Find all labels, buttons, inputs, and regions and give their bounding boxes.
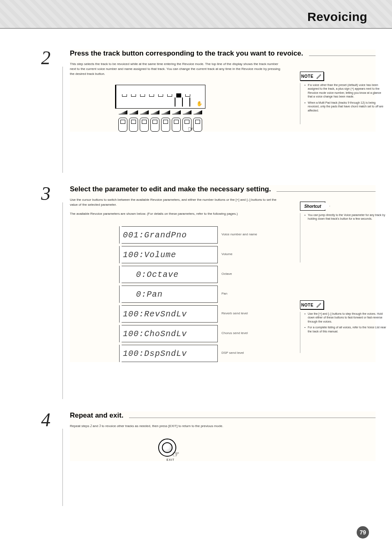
- page-number: 79: [357, 526, 369, 539]
- track-button[interactable]: [140, 118, 149, 132]
- step-3-text-1: Use the cursor buttons to switch between…: [70, 197, 284, 207]
- step-3-heading: Select the parameter to edit and make th…: [70, 185, 271, 193]
- note-1-text: If a voice other than the preset (defaul…: [300, 83, 386, 124]
- lcd-row: 100:ChoSndLvChorus send level: [119, 325, 218, 342]
- lcd-row: 0:OctaveOctave: [119, 266, 218, 283]
- step-2: 2 Press the track button corresponding t…: [16, 49, 376, 177]
- track-button[interactable]: [172, 118, 181, 132]
- track-button[interactable]: [150, 118, 159, 132]
- page-title: Revoicing: [307, 10, 367, 24]
- lcd-row: 001:GrandPnoVoice number and name: [119, 226, 218, 244]
- track-button[interactable]: [193, 118, 202, 132]
- lcd-row: 100:RevSndLvReverb send level: [119, 305, 218, 323]
- lcd-parameter-list: 001:GrandPnoVoice number and name 100:Vo…: [119, 226, 218, 362]
- pencil-icon: [316, 302, 323, 308]
- shortcut-badge: Shortcut: [300, 202, 325, 211]
- track-button-selected[interactable]: [182, 118, 191, 132]
- step-4-heading: Repeat and exit.: [70, 411, 123, 420]
- track-button[interactable]: [129, 118, 138, 132]
- track-button[interactable]: [161, 118, 170, 132]
- step-4-text: Repeat steps 2 and 3 to revoice other tr…: [70, 424, 284, 429]
- lcd-row: 0:PanPan: [119, 286, 218, 303]
- header-band: Revoicing: [0, 0, 392, 29]
- note-badge: NOTE: [300, 72, 324, 81]
- pencil-icon: [316, 73, 323, 79]
- step-3-text-2: The available Revoice parameters are sho…: [70, 211, 284, 216]
- step-number-4: 4: [41, 409, 51, 431]
- note-2-text: Use the [+] and [–] buttons to step thro…: [300, 312, 386, 353]
- hand-icon: ✋: [196, 101, 203, 107]
- step-2-text: This step selects the track to be revoic…: [70, 62, 284, 77]
- shortcut-text: You can jump directly to the Voice param…: [300, 213, 386, 262]
- exit-button[interactable]: [158, 439, 176, 457]
- track-button[interactable]: [118, 118, 127, 132]
- step-3: 3 Select the parameter to edit and make …: [16, 185, 376, 403]
- lcd-row: 100:VolumeVolume: [119, 246, 218, 263]
- step-number-3: 3: [41, 183, 51, 204]
- lcd-row: 100:DspSndLvDSP send level: [119, 345, 218, 362]
- track-buttons-illustration: ✋: [115, 85, 205, 132]
- step-4: 4 Repeat and exit. Repeat steps 2 and 3 …: [16, 411, 376, 510]
- step-number-2: 2: [41, 47, 51, 69]
- step-2-heading: Press the track button corresponding to …: [70, 49, 303, 58]
- exit-button-illustration: EXIT: [158, 439, 183, 461]
- note-badge: NOTE: [300, 300, 324, 309]
